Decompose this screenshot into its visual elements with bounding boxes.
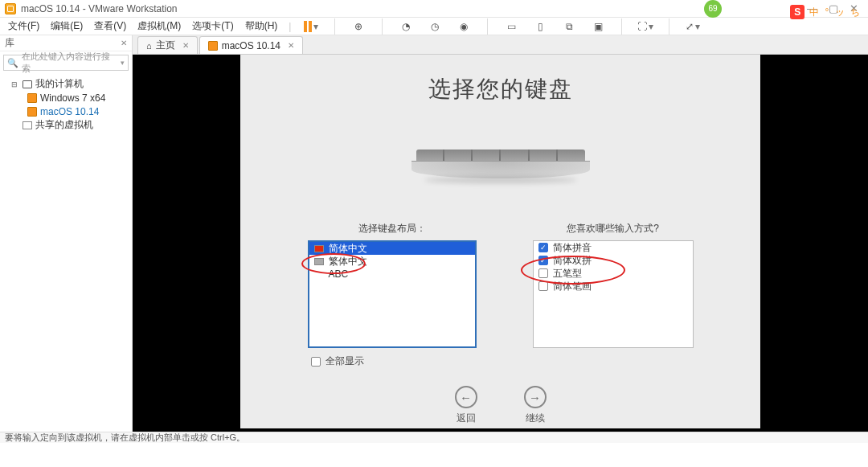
library-sidebar: 库 ✕ 🔍 在此处键入内容进行搜索 ▾ ⊟ 我的计算机 Windows 7 x6… [0,35,133,432]
menu-view[interactable]: 查看(V) [94,19,126,33]
continue-button[interactable]: → 继续 [524,386,547,425]
manage-snapshot-icon[interactable]: ◉ [455,18,473,35]
tree-vm-windows7[interactable]: Windows 7 x64 [0,91,132,104]
menu-bar: 文件(F) 编辑(E) 查看(V) 虚拟机(M) 选项卡(T) 帮助(H) | … [0,18,868,35]
arrow-right-icon: → [524,386,547,408]
library-tree: ⊟ 我的计算机 Windows 7 x64 macOS 10.14 共享的虚拟机 [0,74,132,135]
search-input[interactable]: 🔍 在此处键入内容进行搜索 ▾ [3,55,129,71]
keyboard-layout-list[interactable]: 简体中文 繁体中文 ABC [308,240,477,348]
flag-cn-icon [314,245,324,252]
app-icon [5,3,16,14]
layout-label: 选择键盘布局： [358,222,426,236]
menu-help[interactable]: 帮助(H) [245,19,278,33]
layout-traditional-chinese[interactable]: 繁体中文 [309,255,475,268]
input-pinyin[interactable]: ✓ 简体拼音 [534,241,693,254]
layout-simplified-chinese[interactable]: 简体中文 [309,242,475,255]
checkbox-checked-icon: ✓ [538,256,548,265]
keyboard-setup-panel: 选择您的键盘 选择键盘布局： 简体中文 [240,55,760,428]
layout-unity-icon[interactable]: ▣ [589,18,607,35]
checkbox-icon [311,357,321,367]
checkbox-icon [538,268,548,278]
revert-icon[interactable]: ◷ [426,18,444,35]
menu-tabs[interactable]: 选项卡(T) [192,19,233,33]
show-all-checkbox[interactable]: 全部显示 [311,354,364,368]
panel-title: 选择您的键盘 [428,74,573,104]
input-method-list[interactable]: ✓ 简体拼音 ✓ 简体双拼 五笔型 [533,240,694,348]
vm-icon [208,41,218,51]
close-sidebar-button[interactable]: ✕ [121,39,127,47]
vm-icon [27,107,37,117]
back-button[interactable]: ← 返回 [455,386,477,425]
tab-macos[interactable]: macOS 10.14 ✕ [199,36,303,54]
input-shuangpin[interactable]: ✓ 简体双拼 [534,254,693,267]
tree-my-computer[interactable]: ⊟ 我的计算机 [0,77,132,91]
checkbox-icon [538,281,548,291]
ime-indicator[interactable]: S 中 ° ッ ち [784,0,868,24]
stretch-icon[interactable]: ⤢▾ [684,18,702,35]
tree-vm-macos[interactable]: macOS 10.14 [0,104,132,118]
arrow-left-icon: ← [455,386,477,408]
search-placeholder: 在此处键入内容进行搜索 [22,51,117,75]
ime-s-icon: S [790,5,805,19]
home-icon: ⌂ [146,41,152,51]
vm-display[interactable]: 选择您的键盘 选择键盘布局： 简体中文 [133,55,868,432]
window-titlebar: macOS 10.14 - VMware Workstation 69 — ▢ … [0,0,868,18]
flag-icon [314,258,324,265]
status-text: 要将输入定向到该虚拟机，请在虚拟机内部单击或按 Ctrl+G。 [5,432,245,444]
vm-icon [27,93,37,103]
window-title: macOS 10.14 - VMware Workstation [21,3,178,14]
layout-split-icon[interactable]: ▯ [531,18,549,35]
keyboard-illustration [416,150,585,182]
search-dropdown-icon[interactable]: ▾ [121,59,125,67]
menu-edit[interactable]: 编辑(E) [51,19,83,33]
fullscreen-icon[interactable]: ⛶▾ [637,18,654,35]
tree-shared-vms[interactable]: 共享的虚拟机 [0,118,132,132]
tab-strip: ⌂ 主页 ✕ macOS 10.14 ✕ [133,35,868,55]
layout-single-icon[interactable]: ▭ [502,18,520,35]
input-method-label: 您喜欢哪些输入方式? [567,222,659,236]
layout-tile-icon[interactable]: ⧉ [560,18,578,35]
input-wubixing[interactable]: 五笔型 [534,267,693,280]
input-bihua[interactable]: 简体笔画 [534,280,693,293]
close-tab-icon[interactable]: ✕ [182,41,189,50]
tab-home[interactable]: ⌂ 主页 ✕ [137,36,198,54]
ime-chars: 中 ° ッ ち [809,6,862,19]
menu-file[interactable]: 文件(F) [8,19,39,33]
snapshot-icon[interactable]: ◔ [397,18,415,35]
shared-icon [23,121,32,129]
pause-button[interactable]: ▾ [302,18,320,35]
search-icon: 🔍 [7,58,18,68]
computer-icon [23,80,32,88]
layout-abc[interactable]: ABC [309,268,475,281]
notification-badge[interactable]: 69 [704,0,722,18]
checkbox-checked-icon: ✓ [538,243,548,252]
close-tab-icon[interactable]: ✕ [288,41,294,50]
menu-vm[interactable]: 虚拟机(M) [137,19,181,33]
status-bar: 要将输入定向到该虚拟机，请在虚拟机内部单击或按 Ctrl+G。 [0,432,868,443]
send-ctrlaltdel-icon[interactable]: ⊕ [350,18,367,35]
library-title: 库 [5,36,14,50]
